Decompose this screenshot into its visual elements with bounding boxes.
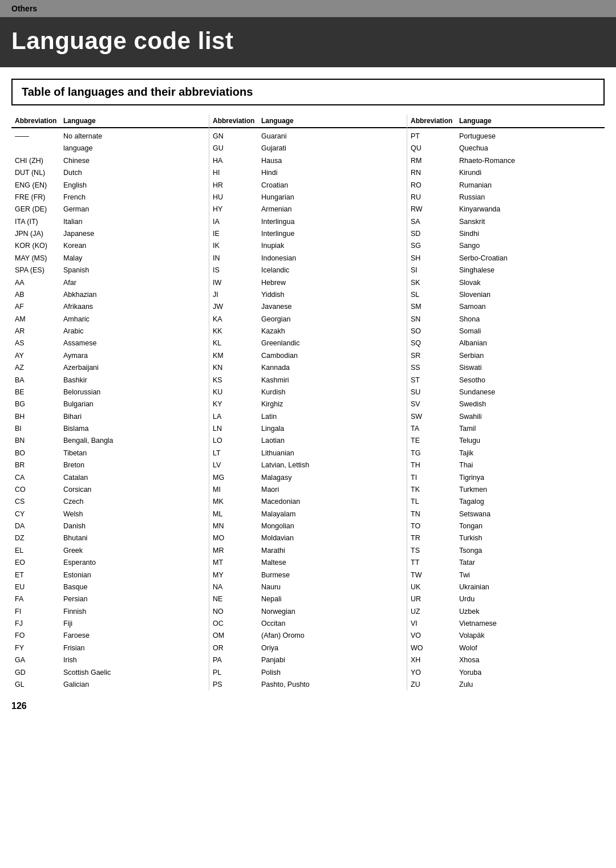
table-row: MRMarathi	[209, 545, 407, 557]
lang-cell: Hebrew	[261, 278, 286, 288]
abbr-cell: TG	[411, 448, 459, 459]
lang-cell: Guarani	[261, 131, 286, 142]
lang-cell: Greek	[63, 545, 83, 556]
abbr-cell: SQ	[411, 338, 459, 349]
lang-cell: Latvian, Lettish	[261, 460, 309, 471]
abbr-cell: TN	[411, 509, 459, 520]
lang-cell: Estonian	[63, 570, 91, 581]
lang-cell: Korean	[63, 241, 86, 251]
lang-cell: Galician	[63, 679, 89, 690]
abbr-cell: EU	[15, 582, 63, 593]
lang-cell: Lithuanian	[261, 448, 294, 459]
abbr-cell: HY	[213, 204, 261, 215]
abbr-cell: KN	[213, 362, 261, 373]
table-row: MOMoldavian	[209, 532, 407, 544]
lang-cell: Laotian	[261, 435, 285, 446]
lang-cell: Samoan	[459, 301, 486, 312]
table-row: GDScottish Gaelic	[11, 667, 209, 679]
lang-cell: Javanese	[261, 301, 292, 312]
abbr-cell: UK	[411, 582, 459, 593]
table-row: MIMaori	[209, 484, 407, 496]
table-row: MTMaltese	[209, 557, 407, 569]
table-row: TWTwi	[407, 569, 605, 581]
abbr-cell: FY	[15, 643, 63, 654]
abbr-cell: BR	[15, 460, 63, 471]
lang-cell: Tagalog	[459, 496, 484, 507]
abbr-cell: ——	[15, 131, 63, 142]
table-row: KUKurdish	[209, 386, 407, 398]
lang-cell: Rhaeto-Romance	[459, 156, 515, 166]
lang-cell: Portuguese	[459, 131, 496, 142]
lang-cell: Serbo-Croatian	[459, 253, 508, 264]
table-row: HUHungarian	[209, 191, 407, 203]
lang-cell: Slovak	[459, 278, 481, 288]
table-row: TRTurkish	[407, 532, 605, 544]
table-row: SOSomali	[407, 325, 605, 337]
abbr-cell: TS	[411, 545, 459, 556]
lang-cell: Spanish	[63, 265, 89, 276]
abbr-cell: TK	[411, 484, 459, 495]
column-group-2: Abbreviation Language GNGuaraniGUGujarat…	[209, 115, 407, 691]
lang-cell: Dutch	[63, 168, 82, 178]
lang-cell: Oriya	[261, 643, 278, 654]
lang-cell: Marathi	[261, 545, 285, 556]
table-row: HRCroatian	[209, 180, 407, 191]
table-row: DUT (NL)Dutch	[11, 167, 209, 179]
table-row: TKTurkmen	[407, 484, 605, 496]
lang-cell: Afrikaans	[63, 301, 93, 312]
abbr-cell: SA	[411, 217, 459, 227]
abbr-cell: SPA (ES)	[15, 265, 63, 276]
abbr-cell: IA	[213, 217, 261, 227]
table-row: SASanskrit	[407, 216, 605, 228]
lang-cell: Tibetan	[63, 448, 87, 459]
abbr-cell: KK	[213, 326, 261, 337]
table-row: SDSindhi	[407, 228, 605, 240]
lang-cell: Icelandic	[261, 265, 289, 276]
abbr-cell: LN	[213, 423, 261, 434]
col3-header-abbr: Abbreviation	[411, 117, 459, 125]
table-row: XHXhosa	[407, 654, 605, 666]
table-row: SLSlovenian	[407, 289, 605, 301]
table-row: TGTajik	[407, 447, 605, 459]
table-row: TNSetswana	[407, 508, 605, 520]
lang-cell: Xhosa	[459, 655, 479, 666]
abbr-cell: TR	[411, 533, 459, 544]
lang-cell: Mongolian	[261, 521, 294, 532]
table-row: PTPortuguese	[407, 131, 605, 142]
table-row: JPN (JA)Japanese	[11, 228, 209, 240]
lang-cell: Sango	[459, 241, 480, 251]
abbr-cell: AS	[15, 338, 63, 349]
table-row: ASAssamese	[11, 337, 209, 349]
lang-cell: Thai	[459, 460, 473, 471]
table-row: language	[11, 142, 209, 154]
col3-header: Abbreviation Language	[407, 115, 605, 128]
title-section: Language code list	[0, 17, 616, 67]
lang-cell: Sundanese	[459, 387, 495, 398]
lang-cell: Malayalam	[261, 509, 295, 520]
lang-cell: Bashkir	[63, 375, 87, 386]
abbr-cell: GL	[15, 679, 63, 690]
table-row: LTLithuanian	[209, 447, 407, 459]
lang-cell: Welsh	[63, 509, 83, 520]
table-row: DZBhutani	[11, 532, 209, 544]
table-row: BHBihari	[11, 411, 209, 423]
abbr-cell: SH	[411, 253, 459, 264]
lang-cell: Sindhi	[459, 229, 479, 239]
table-row: GUGujarati	[209, 142, 407, 154]
abbr-cell: MT	[213, 557, 261, 568]
table-row: SKSlovak	[407, 277, 605, 289]
language-table: Abbreviation Language ——No alternatelang…	[11, 115, 605, 691]
abbr-cell: WO	[411, 643, 459, 654]
lang-cell: Quechua	[459, 143, 488, 154]
abbr-cell	[15, 143, 63, 154]
table-row: PAPanjabi	[209, 654, 407, 666]
col3-rows: PTPortugueseQUQuechuaRMRhaeto-RomanceRNK…	[407, 131, 605, 691]
abbr-cell: CA	[15, 472, 63, 483]
lang-cell: Swedish	[459, 399, 486, 410]
lang-cell: Hausa	[261, 156, 282, 166]
abbr-cell: HA	[213, 156, 261, 166]
table-row: FAPersian	[11, 593, 209, 605]
abbr-cell: BO	[15, 448, 63, 459]
abbr-cell: FI	[15, 606, 63, 617]
table-row: BIBislama	[11, 423, 209, 435]
